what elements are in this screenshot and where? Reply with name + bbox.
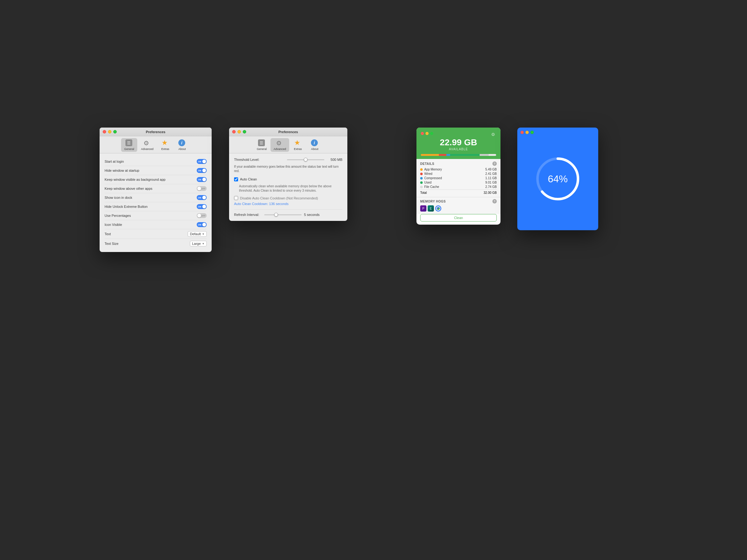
maximize-button[interactable] [531, 131, 534, 134]
tab-extras[interactable]: ★ Extras [157, 138, 173, 152]
memory-details-window: ⚙ 22.99 GB AVAILABLE DETAILS ? App Memor… [416, 128, 500, 224]
close-button[interactable] [103, 130, 106, 133]
bar-free [489, 154, 496, 156]
value-used: 9.01 GB [485, 181, 497, 184]
details-title: DETAILS [420, 162, 435, 165]
label-app-memory: App Memory [424, 168, 442, 171]
label-used: Used [424, 181, 431, 184]
hogs-help-icon[interactable]: ? [492, 199, 497, 204]
memory-header: ⚙ 22.99 GB AVAILABLE [416, 128, 500, 159]
disable-cooldown-label: Disable Auto Clean Cooldown (Not Recomme… [240, 196, 318, 200]
label-wired: Wired [424, 172, 432, 176]
setting-hide-unlock: Hide Unlock Extreme Button ON [105, 202, 207, 211]
tab-extras[interactable]: ★ Extras [290, 138, 306, 152]
chevron-down-icon: ▼ [202, 242, 205, 245]
window-title: Preferences [146, 130, 165, 134]
setting-label: Keep window visible as background app [105, 178, 165, 181]
threshold-row: Threshold Level: 500 MB [234, 158, 342, 161]
setting-label: Icon Visible [105, 223, 122, 226]
tab-general-label: General [124, 148, 134, 151]
tab-about-label: About [178, 148, 186, 151]
threshold-note: If your available memory goes below this… [234, 165, 342, 173]
minimize-button[interactable] [108, 130, 111, 133]
setting-keep-above: Keep window above other apps OFF [105, 184, 207, 193]
threshold-slider-container: 500 MB [287, 158, 342, 161]
preferences-general-window: Preferences ☰ General ⚙ Advanced ★ Extra… [100, 128, 212, 252]
usage-circle-window: 64% [517, 128, 598, 230]
toggle-use-percentages[interactable]: OFF [197, 213, 207, 218]
value-file-cache: 2.74 GB [485, 185, 497, 189]
detail-left: Compressed [420, 177, 442, 180]
toggle-icon-visible[interactable]: ON [197, 222, 207, 227]
toggle-show-dock[interactable]: ON [197, 195, 207, 200]
gear-icon: ⚙ [276, 139, 284, 147]
label-total: Total [420, 191, 427, 194]
tab-general[interactable]: ☰ General [121, 138, 137, 152]
auto-clean-sublabel: Automatically clean when available memor… [239, 184, 342, 193]
setting-keep-visible: Keep window visible as background app ON [105, 175, 207, 184]
setting-show-dock: Show icon in dock ON [105, 193, 207, 202]
setting-label: Show icon in dock [105, 196, 132, 199]
available-gb: 22.99 GB [421, 138, 496, 147]
text-select[interactable]: Default ▼ [188, 231, 207, 237]
auto-clean-row: Auto Clean [234, 177, 342, 182]
general-icon: ☰ [258, 139, 265, 147]
divider [234, 209, 342, 210]
close-button[interactable] [421, 132, 424, 135]
setting-text-size: Text Size Large ▼ [105, 239, 207, 248]
toggle-hide-unlock[interactable]: ON [197, 204, 207, 209]
refresh-value: 5 seconds [304, 213, 320, 216]
setting-label: Use Percentages [105, 214, 131, 217]
value-wired: 2.41 GB [485, 172, 497, 176]
toggle-hide-window[interactable]: ON [197, 168, 207, 173]
close-button[interactable] [232, 130, 236, 133]
window-title: Preferences [279, 130, 298, 134]
tab-about[interactable]: i About [307, 138, 323, 152]
setting-label: Hide Unlock Extreme Button [105, 205, 148, 209]
detail-file-cache: File Cache 2.74 GB [420, 185, 497, 189]
available-label: AVAILABLE [421, 148, 496, 151]
tab-advanced[interactable]: ⚙ Advanced [138, 138, 157, 152]
dot-wired [420, 173, 423, 175]
maximize-button[interactable] [430, 132, 433, 135]
minimize-button[interactable] [426, 132, 429, 135]
traffic-lights [520, 131, 534, 134]
auto-clean-checkbox[interactable] [234, 177, 238, 181]
minimize-button[interactable] [237, 130, 241, 133]
bar-compressed [446, 154, 450, 156]
settings-icon[interactable]: ⚙ [491, 132, 496, 137]
minimize-button[interactable] [525, 131, 529, 134]
clean-button[interactable]: Clean [420, 214, 497, 221]
dot-used [420, 181, 423, 184]
tab-general[interactable]: ☰ General [254, 138, 270, 152]
detail-used: Used 9.01 GB [420, 181, 497, 184]
maximize-button[interactable] [243, 130, 246, 133]
auto-clean-label: Auto Clean [240, 177, 257, 182]
tab-about[interactable]: i About [174, 138, 190, 152]
dot-app-memory [420, 168, 423, 171]
general-icon: ☰ [125, 139, 133, 147]
available-memory: 22.99 GB AVAILABLE [421, 138, 496, 151]
toggle-keep-visible[interactable]: ON [197, 177, 207, 182]
bar-file-cache [480, 154, 489, 156]
detail-compressed: Compressed 1.11 GB [420, 177, 497, 180]
refresh-slider[interactable] [264, 214, 302, 215]
maximize-button[interactable] [113, 130, 117, 133]
detail-app-memory: App Memory 5.49 GB [420, 168, 497, 171]
tab-advanced[interactable]: ⚙ Advanced [271, 138, 289, 152]
text-size-select[interactable]: Large ▼ [190, 241, 207, 246]
toggle-start-at-login[interactable]: ON [197, 159, 207, 164]
threshold-slider[interactable] [287, 159, 324, 160]
dot-compressed [420, 177, 423, 180]
help-icon[interactable]: ? [492, 161, 497, 166]
disable-cooldown-row: Disable Auto Clean Cooldown (Not Recomme… [234, 196, 342, 200]
details-header: DETAILS ? [420, 161, 497, 166]
hog-app-3[interactable] [435, 205, 441, 212]
close-button[interactable] [520, 131, 524, 134]
disable-cooldown-checkbox[interactable] [234, 196, 238, 200]
hog-app-1[interactable]: P [420, 205, 427, 212]
hog-app-2[interactable]: E [428, 205, 434, 212]
toolbar: ☰ General ⚙ Advanced ★ Extras i About [100, 136, 212, 153]
toggle-keep-above[interactable]: OFF [197, 186, 207, 191]
value-compressed: 1.11 GB [485, 177, 497, 180]
